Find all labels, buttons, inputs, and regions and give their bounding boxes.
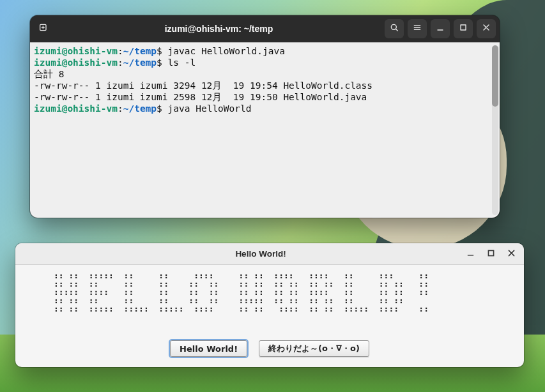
close-icon bbox=[481, 22, 491, 35]
search-icon bbox=[389, 22, 399, 35]
output-line: 合計 8 bbox=[34, 69, 64, 79]
close-icon bbox=[507, 248, 516, 260]
command-text: javac HelloWorld.java bbox=[168, 46, 285, 56]
terminal-titlebar[interactable]: izumi@ohishi-vm: ~/temp bbox=[30, 15, 500, 42]
hello-world-button[interactable]: Hello World! bbox=[170, 340, 247, 357]
hello-world-button-row: Hello World! 終わりだよ～(o・∇・o) bbox=[15, 336, 524, 367]
svg-rect-2 bbox=[461, 25, 466, 30]
close-button[interactable] bbox=[477, 19, 496, 38]
minimize-button[interactable] bbox=[464, 248, 477, 260]
minimize-button[interactable] bbox=[431, 19, 450, 38]
maximize-button[interactable] bbox=[484, 248, 497, 260]
terminal-content: izumi@ohishi-vm:~/temp$ javac HelloWorld… bbox=[34, 45, 496, 114]
svg-rect-3 bbox=[488, 250, 493, 255]
maximize-button[interactable] bbox=[454, 19, 473, 38]
command-text: java HelloWorld bbox=[168, 103, 252, 114]
new-tab-icon bbox=[38, 22, 49, 35]
hello-world-window[interactable]: Hello World! :: :: ::::: :: :: :::: :: :… bbox=[15, 243, 524, 367]
terminal-body[interactable]: izumi@ohishi-vm:~/temp$ javac HelloWorld… bbox=[30, 42, 500, 218]
owari-button[interactable]: 終わりだよ～(o・∇・o) bbox=[259, 340, 369, 357]
hello-world-ascii-art: :: :: ::::: :: :: :::: :: :: :::: :::: :… bbox=[15, 265, 524, 336]
output-line: -rw-rw-r-- 1 izumi izumi 3294 12月 19 19:… bbox=[34, 80, 372, 91]
prompt-path: ~/temp bbox=[123, 46, 157, 56]
search-button[interactable] bbox=[385, 19, 404, 38]
new-tab-button[interactable] bbox=[34, 19, 53, 38]
hello-world-title: Hello World! bbox=[58, 249, 464, 259]
maximize-icon bbox=[487, 248, 495, 260]
hamburger-icon bbox=[412, 22, 422, 35]
terminal-window[interactable]: izumi@ohishi-vm: ~/temp bbox=[30, 15, 500, 218]
close-button[interactable] bbox=[505, 248, 518, 260]
prompt-userhost: izumi@ohishi-vm bbox=[34, 46, 118, 56]
maximize-icon bbox=[458, 22, 468, 35]
terminal-title: izumi@ohishi-vm: ~/temp bbox=[57, 24, 381, 34]
output-line: -rw-rw-r-- 1 izumi izumi 2598 12月 19 19:… bbox=[34, 92, 367, 102]
scrollbar-thumb[interactable] bbox=[492, 45, 498, 107]
minimize-icon bbox=[466, 248, 475, 260]
hello-world-titlebar[interactable]: Hello World! bbox=[15, 243, 524, 265]
minimize-icon bbox=[435, 22, 445, 35]
desktop-wallpaper: izumi@ohishi-vm: ~/temp bbox=[0, 0, 545, 392]
command-text: ls -l bbox=[168, 57, 196, 68]
app-menu-button[interactable] bbox=[408, 19, 427, 38]
